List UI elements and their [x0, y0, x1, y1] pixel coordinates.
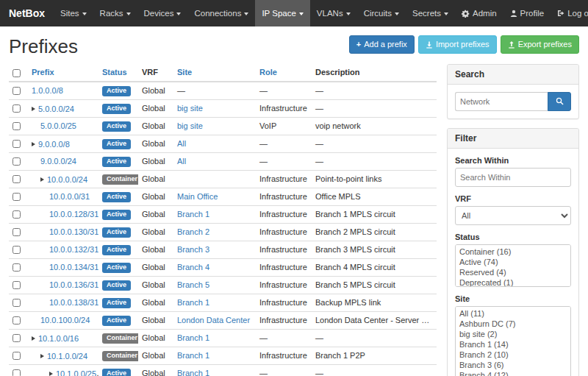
select-option[interactable]: Branch 2 (10) [457, 350, 569, 360]
export-prefixes-button[interactable]: Export prefixes [501, 35, 579, 54]
vrf-select[interactable]: All [455, 206, 571, 225]
expand-icon[interactable] [32, 336, 35, 341]
site-link[interactable]: Branch 1 [177, 351, 209, 360]
site-link[interactable]: Branch 3 [177, 245, 209, 254]
select-option[interactable]: big site (2) [457, 329, 569, 339]
nav-item-sites[interactable]: Sites [54, 0, 93, 26]
nav-item-vlans[interactable]: VLANs [310, 0, 357, 26]
nav-item-secrets[interactable]: Secrets [406, 0, 455, 26]
prefix-link[interactable]: 10.0.0.0/31 [49, 192, 90, 201]
nav-item-racks[interactable]: Racks [93, 0, 137, 26]
chevron-down-icon [299, 13, 304, 15]
row-checkbox[interactable] [12, 193, 21, 201]
prefix-link[interactable]: 10.0.0.132/31 [49, 245, 98, 254]
row-checkbox[interactable] [12, 228, 21, 236]
add-prefix-button[interactable]: + Add a prefix [349, 35, 415, 54]
prefix-link[interactable]: 10.1.0.0/24 [47, 352, 87, 361]
row-checkbox[interactable] [12, 299, 21, 307]
col-header-prefix[interactable]: Prefix [28, 64, 98, 82]
row-checkbox[interactable] [12, 334, 21, 342]
site-link[interactable]: All [177, 139, 186, 148]
site-link[interactable]: big site [177, 121, 203, 130]
site-link[interactable]: Branch 2 [177, 227, 209, 236]
prefix-link[interactable]: 5.0.0.0/25 [40, 121, 76, 130]
table-row: 10.0.0.0/31 Active Global Main Office In… [9, 188, 437, 205]
search-within-input[interactable] [455, 168, 571, 187]
expand-icon[interactable] [40, 177, 44, 182]
site-link[interactable]: Main Office [177, 192, 218, 201]
row-checkbox[interactable] [12, 157, 21, 166]
row-checkbox[interactable] [12, 352, 21, 360]
row-checkbox[interactable] [12, 246, 21, 254]
description-value: Branch 1 P2P [312, 347, 437, 364]
row-checkbox[interactable] [12, 281, 21, 289]
nav-item-logout[interactable]: Log out [551, 0, 588, 26]
row-checkbox[interactable] [12, 122, 21, 130]
prefix-link[interactable]: 10.0.0.128/31 [49, 210, 98, 219]
prefix-link[interactable]: 10.0.0.136/31 [49, 280, 98, 289]
site-select[interactable]: All (11)Ashburn DC (7)big site (2)Branch… [455, 306, 571, 376]
select-option[interactable]: Reserved (4) [457, 267, 569, 277]
nav-item-devices[interactable]: Devices [137, 0, 188, 26]
select-option[interactable]: Active (74) [457, 257, 569, 267]
status-select[interactable]: Container (16)Active (74)Reserved (4)Dep… [455, 244, 571, 287]
row-checkbox[interactable] [12, 175, 21, 183]
col-header-role[interactable]: Role [256, 64, 312, 82]
select-option[interactable]: Deprecated (1) [457, 277, 569, 287]
row-checkbox[interactable] [12, 87, 21, 95]
site-link[interactable]: Branch 1 [177, 369, 209, 376]
select-option[interactable]: Branch 4 (12) [457, 370, 569, 376]
site-link[interactable]: Branch 5 [177, 280, 209, 289]
nav-item-circuits[interactable]: Circuits [357, 0, 406, 26]
nav-item-ip-space[interactable]: IP Space [255, 0, 309, 26]
site-link[interactable]: big site [177, 104, 203, 113]
table-row: 10.0.0.134/31 Active Global Branch 4 Inf… [9, 258, 437, 276]
select-all-checkbox[interactable] [12, 69, 21, 77]
prefix-link[interactable]: 10.1.0.0/25 [56, 369, 96, 376]
row-checkbox[interactable] [12, 263, 21, 272]
prefix-link[interactable]: 10.0.100.0/24 [40, 316, 90, 324]
row-checkbox[interactable] [12, 316, 21, 324]
brand-link[interactable]: NetBox [6, 0, 54, 26]
row-checkbox[interactable] [12, 104, 21, 113]
nav-item-profile[interactable]: Profile [503, 0, 551, 26]
expand-icon[interactable] [40, 354, 44, 358]
expand-icon[interactable] [32, 142, 35, 146]
select-option[interactable]: Branch 3 (6) [457, 360, 569, 370]
search-button[interactable] [548, 92, 571, 111]
site-link[interactable]: Branch 4 [177, 263, 209, 272]
import-prefixes-button[interactable]: Import prefixes [418, 35, 497, 54]
row-checkbox[interactable] [12, 210, 21, 219]
prefix-link[interactable]: 10.0.0.134/31 [49, 263, 98, 272]
nav-item-admin[interactable]: Admin [455, 0, 503, 26]
expand-icon[interactable] [32, 107, 35, 111]
select-option[interactable]: Ashburn DC (7) [457, 319, 569, 329]
col-header-site[interactable]: Site [173, 64, 256, 82]
search-input[interactable] [455, 92, 548, 111]
nav-item-connections[interactable]: Connections [187, 0, 255, 26]
row-checkbox[interactable] [12, 140, 21, 148]
role-value: Infrastructure [256, 294, 312, 311]
select-option[interactable]: Container (16) [457, 246, 569, 257]
site-link[interactable]: London Data Center [177, 316, 250, 324]
prefix-link[interactable]: 10.0.0.138/31 [49, 298, 98, 307]
select-option[interactable]: All (11) [457, 308, 569, 319]
prefix-link[interactable]: 9.0.0.0/24 [40, 157, 76, 166]
prefix-link[interactable]: 10.1.0.0/16 [38, 334, 79, 343]
table-row: 10.1.0.0/16 Container Global Branch 1 — … [9, 329, 437, 347]
prefix-link[interactable]: 10.0.0.0/24 [47, 175, 87, 184]
nav-item-label: Connections [194, 9, 241, 18]
site-link[interactable]: Branch 1 [177, 298, 209, 307]
prefix-link[interactable]: 9.0.0.0/8 [38, 140, 70, 149]
expand-icon[interactable] [49, 372, 53, 376]
prefix-link[interactable]: 1.0.0.0/8 [32, 86, 63, 95]
vrf-value: Global [138, 135, 173, 152]
prefix-link[interactable]: 10.0.0.130/31 [49, 227, 98, 236]
site-link[interactable]: Branch 1 [177, 333, 209, 342]
site-link[interactable]: All [177, 157, 186, 166]
select-option[interactable]: Branch 1 (14) [457, 339, 569, 350]
row-checkbox[interactable] [12, 369, 21, 376]
col-header-status[interactable]: Status [98, 64, 138, 82]
site-link[interactable]: Branch 1 [177, 210, 209, 219]
prefix-link[interactable]: 5.0.0.0/24 [38, 104, 74, 113]
